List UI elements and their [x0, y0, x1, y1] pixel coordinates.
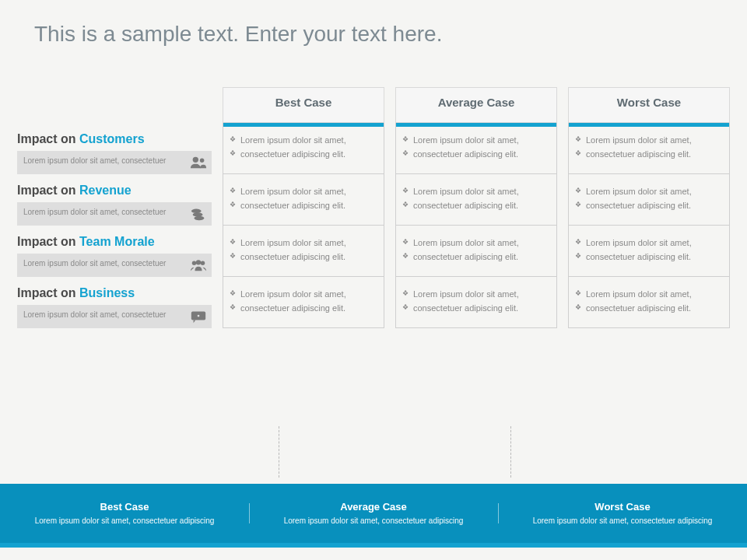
- cell: Lorem ipsum dolor sit amet,consectetuer …: [223, 277, 384, 328]
- bullet: Lorem ipsum dolor sit amet,: [575, 134, 723, 148]
- footer-title: Worst Case: [517, 501, 728, 513]
- cell: Lorem ipsum dolor sit amet,consectetuer …: [223, 123, 384, 174]
- bullet: consectetuer adipiscing elit.: [402, 250, 550, 264]
- row-label-revenue: Impact on Revenue Lorem ipsum dolor sit …: [17, 174, 212, 226]
- footer-col-best: Best Case Lorem ipsum dolor sit amet, co…: [0, 501, 249, 526]
- bullet: consectetuer adipiscing elit.: [575, 302, 723, 316]
- cell: Lorem ipsum dolor sit amet,consectetuer …: [568, 123, 730, 174]
- row-title: Impact on Customers: [17, 132, 212, 146]
- row-subtext-text: Lorem ipsum dolor sit amet, consectetuer: [23, 259, 166, 268]
- row-subtext: Lorem ipsum dolor sit amet, consectetuer: [17, 202, 212, 226]
- row-title-highlight: Customers: [79, 132, 145, 145]
- row-title-prefix: Impact on: [17, 184, 79, 197]
- group-icon: [190, 258, 207, 272]
- row-title-highlight: Business: [79, 286, 135, 299]
- comment-icon: [190, 310, 207, 324]
- footer-col-worst: Worst Case Lorem ipsum dolor sit amet, c…: [498, 501, 747, 526]
- bullet: consectetuer adipiscing elit.: [402, 302, 550, 316]
- bullet: consectetuer adipiscing elit.: [575, 250, 723, 264]
- footer-accent-bar: [0, 543, 747, 548]
- cell: Lorem ipsum dolor sit amet,consectetuer …: [395, 277, 557, 328]
- bullet: Lorem ipsum dolor sit amet,: [402, 236, 550, 250]
- bullet: consectetuer adipiscing elit.: [402, 148, 550, 162]
- row-subtext-text: Lorem ipsum dolor sit amet, consectetuer: [23, 208, 166, 216]
- svg-point-0: [193, 157, 198, 163]
- row-label-business: Impact on Business Lorem ipsum dolor sit…: [17, 277, 212, 328]
- bullet: consectetuer adipiscing elit.: [230, 250, 377, 264]
- footer-text: Lorem ipsum dolor sit amet, consectetuer…: [517, 516, 728, 526]
- row-title-highlight: Team Morale: [79, 235, 155, 248]
- dashed-divider: [279, 426, 279, 478]
- svg-point-7: [201, 261, 205, 266]
- cell: Lorem ipsum dolor sit amet,consectetuer …: [395, 123, 557, 174]
- row-title-highlight: Revenue: [79, 184, 132, 197]
- svg-point-9: [198, 315, 200, 317]
- bullet: consectetuer adipiscing elit.: [575, 148, 723, 162]
- row-title-prefix: Impact on: [17, 286, 79, 299]
- svg-point-1: [200, 159, 205, 163]
- col-header-worst: Worst Case: [568, 87, 730, 123]
- bullet: consectetuer adipiscing elit.: [230, 199, 377, 213]
- footer-text: Lorem ipsum dolor sit amet, consectetuer…: [268, 516, 479, 526]
- row-label-customers: Impact on Customers Lorem ipsum dolor si…: [17, 123, 212, 174]
- svg-point-5: [192, 261, 197, 266]
- coins-icon: [190, 207, 207, 221]
- people-icon: [190, 156, 207, 170]
- bullet: Lorem ipsum dolor sit amet,: [230, 288, 377, 302]
- footer-text: Lorem ipsum dolor sit amet, consectetuer…: [19, 516, 230, 526]
- col-header-average: Average Case: [395, 87, 557, 123]
- row-title: Impact on Revenue: [17, 184, 212, 198]
- bullet: Lorem ipsum dolor sit amet,: [230, 134, 377, 148]
- row-title-prefix: Impact on: [17, 235, 79, 248]
- row-title: Impact on Business: [17, 286, 212, 300]
- header-spacer: [17, 87, 212, 123]
- row-subtext-text: Lorem ipsum dolor sit amet, consectetuer: [23, 310, 166, 319]
- cell: Lorem ipsum dolor sit amet,consectetuer …: [223, 174, 384, 226]
- bullet: Lorem ipsum dolor sit amet,: [402, 185, 550, 199]
- bullet: Lorem ipsum dolor sit amet,: [402, 134, 550, 148]
- bullet: Lorem ipsum dolor sit amet,: [575, 288, 723, 302]
- bullet: consectetuer adipiscing elit.: [230, 302, 377, 316]
- footer-title: Average Case: [268, 501, 479, 513]
- footer-col-average: Average Case Lorem ipsum dolor sit amet,…: [249, 501, 498, 526]
- bullet: Lorem ipsum dolor sit amet,: [230, 185, 377, 199]
- cell: Lorem ipsum dolor sit amet,consectetuer …: [395, 174, 557, 226]
- cell: Lorem ipsum dolor sit amet,consectetuer …: [395, 226, 557, 277]
- footer-title: Best Case: [19, 501, 230, 513]
- bullet: Lorem ipsum dolor sit amet,: [402, 288, 550, 302]
- bullet: consectetuer adipiscing elit.: [402, 199, 550, 213]
- bullet: Lorem ipsum dolor sit amet,: [575, 185, 723, 199]
- dashed-divider: [510, 426, 511, 478]
- bullet: Lorem ipsum dolor sit amet,: [230, 236, 377, 250]
- row-subtext: Lorem ipsum dolor sit amet, consectetuer: [17, 151, 212, 174]
- row-subtext: Lorem ipsum dolor sit amet, consectetuer: [17, 305, 212, 328]
- slide-title: This is a sample text. Enter your text h…: [0, 0, 747, 47]
- svg-point-3: [193, 212, 203, 217]
- row-subtext-text: Lorem ipsum dolor sit amet, consectetuer: [23, 156, 166, 165]
- bullet: consectetuer adipiscing elit.: [230, 148, 377, 162]
- bullet: Lorem ipsum dolor sit amet,: [575, 236, 723, 250]
- scenario-grid: Best Case Average Case Worst Case Impact…: [17, 87, 730, 328]
- svg-point-2: [191, 209, 202, 214]
- svg-point-6: [196, 260, 201, 264]
- row-title-prefix: Impact on: [17, 132, 79, 145]
- cell: Lorem ipsum dolor sit amet,consectetuer …: [568, 277, 730, 328]
- row-title: Impact on Team Morale: [17, 235, 212, 249]
- svg-point-4: [195, 216, 205, 221]
- cell: Lorem ipsum dolor sit amet,consectetuer …: [568, 174, 730, 226]
- col-header-best: Best Case: [223, 87, 384, 123]
- cell: Lorem ipsum dolor sit amet,consectetuer …: [568, 226, 730, 277]
- row-label-team-morale: Impact on Team Morale Lorem ipsum dolor …: [17, 226, 212, 277]
- footer-bar: Best Case Lorem ipsum dolor sit amet, co…: [0, 484, 747, 543]
- cell: Lorem ipsum dolor sit amet,consectetuer …: [223, 226, 384, 277]
- bullet: consectetuer adipiscing elit.: [575, 199, 723, 213]
- row-subtext: Lorem ipsum dolor sit amet, consectetuer: [17, 254, 212, 277]
